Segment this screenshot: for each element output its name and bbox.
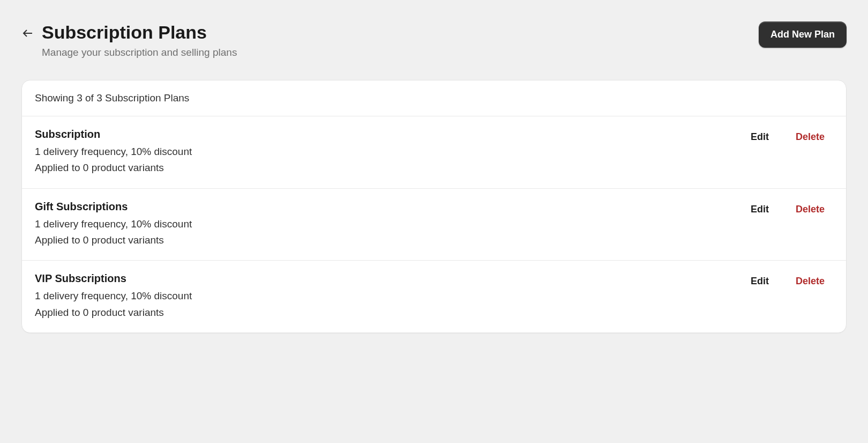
page-header: Subscription Plans Manage your subscript… [21, 21, 847, 58]
plan-variant-count: Applied to 0 product variants [35, 160, 192, 176]
plan-row: Gift Subscriptions 1 delivery frequency,… [22, 189, 846, 261]
title-block: Subscription Plans Manage your subscript… [42, 21, 237, 58]
plan-frequency-discount: 1 delivery frequency, 10% discount [35, 288, 192, 304]
plan-row: VIP Subscriptions 1 delivery frequency, … [22, 261, 846, 333]
plan-variant-count: Applied to 0 product variants [35, 232, 192, 248]
plan-info: VIP Subscriptions 1 delivery frequency, … [35, 272, 192, 321]
plan-name: VIP Subscriptions [35, 272, 192, 285]
plan-row: Subscription 1 delivery frequency, 10% d… [22, 116, 846, 189]
edit-button[interactable]: Edit [751, 204, 769, 215]
delete-button[interactable]: Delete [796, 204, 825, 215]
page-subtitle: Manage your subscription and selling pla… [42, 47, 237, 58]
plan-name: Subscription [35, 128, 192, 141]
plan-frequency-discount: 1 delivery frequency, 10% discount [35, 144, 192, 160]
edit-button[interactable]: Edit [751, 276, 769, 287]
delete-button[interactable]: Delete [796, 276, 825, 287]
plan-actions: Edit Delete [751, 272, 825, 287]
plan-actions: Edit Delete [751, 128, 825, 143]
plan-info: Subscription 1 delivery frequency, 10% d… [35, 128, 192, 176]
plan-name: Gift Subscriptions [35, 201, 192, 213]
header-left: Subscription Plans Manage your subscript… [21, 21, 237, 58]
plan-frequency-discount: 1 delivery frequency, 10% discount [35, 216, 192, 232]
plan-variant-count: Applied to 0 product variants [35, 305, 192, 321]
plans-card: Showing 3 of 3 Subscription Plans Subscr… [21, 80, 847, 333]
page-title: Subscription Plans [42, 21, 237, 43]
plan-info: Gift Subscriptions 1 delivery frequency,… [35, 201, 192, 249]
plans-summary: Showing 3 of 3 Subscription Plans [22, 80, 846, 116]
add-new-plan-button[interactable]: Add New Plan [759, 21, 847, 48]
edit-button[interactable]: Edit [751, 131, 769, 143]
plan-actions: Edit Delete [751, 201, 825, 215]
back-arrow-icon[interactable] [21, 27, 34, 40]
delete-button[interactable]: Delete [796, 131, 825, 143]
